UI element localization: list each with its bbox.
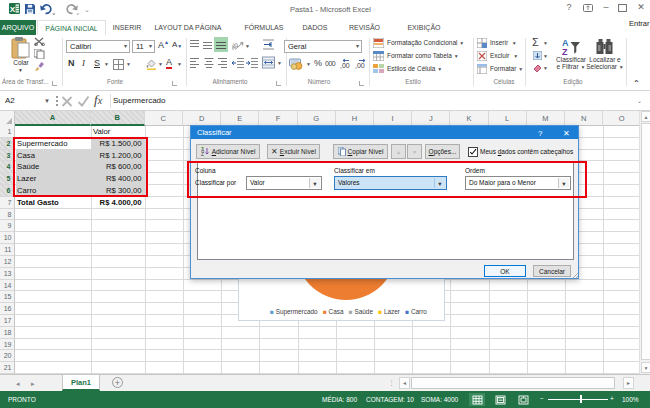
svg-text:Z: Z [201, 151, 204, 156]
svg-text:,00: ,00 [340, 62, 350, 69]
svg-text:,00: ,00 [355, 62, 365, 69]
svg-text:Z: Z [562, 47, 568, 56]
svg-text:A: A [562, 38, 569, 48]
svg-text:X: X [10, 5, 16, 14]
